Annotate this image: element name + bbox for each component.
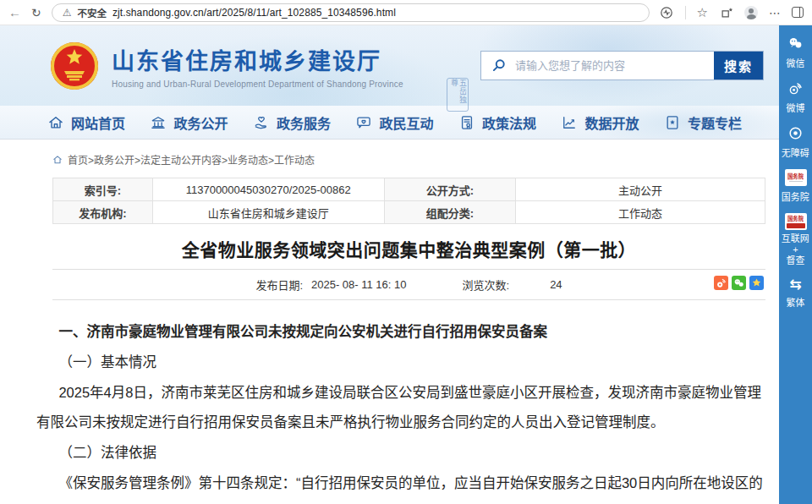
nav-item-special-columns[interactable]: 专题专栏 xyxy=(664,112,742,133)
nav-label: 网站首页 xyxy=(71,112,125,133)
article-meta-row: 发布日期: 2025- 08- 11 16: 10 浏览次数: 24 xyxy=(52,269,765,300)
article-paragraph: 2025年4月8日，济南市莱芜区住房和城乡建设局联合区公安局到盛世豪庭小区开展检… xyxy=(36,378,765,439)
not-secure-warning-icon: ⚠ xyxy=(63,8,72,18)
weibo-share-icon[interactable] xyxy=(714,276,728,290)
traditional-chinese-toggle-icon: ⇆ xyxy=(789,277,801,292)
main-navigation: 网站首页 政务公开 政务服务 xyxy=(0,106,779,140)
rail-label: 互联网 + 督查 xyxy=(781,233,810,267)
content-area: 首页>政务公开>法定主动公开内容>业务动态>工作动态 索引号: 11370000… xyxy=(0,152,779,504)
article-title: 全省物业服务领域突出问题集中整治典型案例（第一批） xyxy=(52,236,765,261)
views-count: 24 xyxy=(550,278,562,291)
wechat-icon xyxy=(787,35,804,52)
meta-label-disclosure: 公开方式: xyxy=(385,178,517,201)
nav-label: 政务公开 xyxy=(173,112,228,133)
nav-label: 政策法规 xyxy=(482,112,536,133)
nav-item-open-data[interactable]: 数据开放 xyxy=(561,112,639,133)
home-icon xyxy=(47,114,64,131)
nav-item-policies[interactable]: 政策法规 xyxy=(458,112,536,133)
decorative-seal: 五岳独尊 xyxy=(447,78,469,112)
page: 山东省住房和城乡建设厅 Housing and Urban-Rural Deve… xyxy=(0,25,812,504)
weibo-icon xyxy=(787,79,804,97)
badge-strip xyxy=(787,223,805,228)
favorite-share-icon[interactable] xyxy=(749,276,764,290)
meta-label-index: 索引号: xyxy=(53,178,153,201)
site-header: 山东省住房和城乡建设厅 Housing and Urban-Rural Deve… xyxy=(0,25,779,106)
nav-item-interaction[interactable]: 政民互动 xyxy=(355,112,433,133)
badge-line xyxy=(789,181,803,182)
breadcrumb-text: 首页>政务公开>法定主动公开内容>业务动态>工作动态 xyxy=(68,152,315,167)
favorite-star-icon[interactable]: ☆ xyxy=(697,6,708,19)
special-column-star-icon xyxy=(664,114,681,131)
article-paragraph: 一、济南市豪庭物业管理有限公司未按规定向公安机关进行自行招用保安员备案 xyxy=(36,317,765,348)
breadcrumb[interactable]: 首页>政务公开>法定主动公开内容>业务动态>工作动态 xyxy=(52,152,765,167)
profile-avatar[interactable] xyxy=(744,6,758,19)
toolbar-divider xyxy=(685,6,686,19)
rail-item-traditional-chinese[interactable]: ⇆ 繁体 xyxy=(786,277,805,309)
meta-value-disclosure: 主动公开 xyxy=(516,178,765,201)
nav-label: 政民互动 xyxy=(379,112,433,133)
address-bar[interactable]: ⚠ 不安全 zjt.shandong.gov.cn/art/2025/8/11/… xyxy=(52,3,650,22)
views-label: 浏览次数: xyxy=(463,277,510,293)
data-chart-icon xyxy=(561,114,578,131)
nav-item-gov-services[interactable]: 政务服务 xyxy=(253,112,331,133)
browser-essentials-icon[interactable] xyxy=(660,5,674,19)
share-buttons xyxy=(714,276,764,290)
interaction-chat-heart-icon xyxy=(355,114,372,131)
national-emblem-logo xyxy=(49,41,100,91)
refresh-icon[interactable]: ↻ xyxy=(31,7,41,19)
rail-label-line: 互联网 xyxy=(782,233,809,244)
rail-label: 微博 xyxy=(787,101,805,113)
sidebar-panel-icon[interactable] xyxy=(792,7,804,18)
meta-label-publisher: 发布机构: xyxy=(53,201,153,224)
meta-value-category: 工作动态 xyxy=(516,201,765,224)
state-council-badge-icon: 国务院 xyxy=(785,169,807,186)
publish-date-value: 2025- 08- 11 16: 10 xyxy=(311,278,407,291)
back-icon[interactable]: ← xyxy=(8,6,21,19)
site-title-block: 山东省住房和城乡建设厅 Housing and Urban-Rural Deve… xyxy=(112,43,403,89)
page-main: 山东省住房和城乡建设厅 Housing and Urban-Rural Deve… xyxy=(0,25,779,504)
not-secure-label: 不安全 xyxy=(78,6,107,19)
meta-value-index: 11370000045030270/2025-00862 xyxy=(153,178,385,201)
wechat-share-icon[interactable] xyxy=(732,276,746,290)
search-input[interactable] xyxy=(515,52,714,79)
site-search: 搜索 xyxy=(480,51,764,80)
rail-label-line: 督查 xyxy=(787,256,805,267)
site-subtitle-english: Housing and Urban-Rural Development Depa… xyxy=(112,79,403,89)
url-text[interactable]: zjt.shandong.gov.cn/art/2025/8/11/art_10… xyxy=(112,7,396,19)
article-paragraph: 《保安服务管理条例》第十四条规定：“自行招用保安员的单位，应当自开始保安服务之日… xyxy=(36,468,765,504)
article-paragraph: （一）基本情况 xyxy=(36,348,765,378)
breadcrumb-home-icon xyxy=(52,155,63,165)
browser-menu-icon[interactable]: ⋯ xyxy=(769,7,781,19)
meta-value-publisher: 山东省住房和城乡建设厅 xyxy=(153,201,385,224)
rail-item-wechat[interactable]: 微信 xyxy=(786,35,805,69)
rail-label-line: + xyxy=(793,245,798,256)
internet-supervision-badge-icon: 国务院 xyxy=(785,213,807,230)
rail-label: 无障碍 xyxy=(782,145,809,158)
badge-text: 国务院 xyxy=(787,173,804,178)
collections-icon[interactable] xyxy=(719,5,733,19)
rail-label: 繁体 xyxy=(787,295,805,308)
nav-label: 专题专栏 xyxy=(688,112,742,133)
browser-toolbar: ← ↻ ⚠ 不安全 zjt.shandong.gov.cn/art/2025/8… xyxy=(0,0,812,25)
search-button[interactable]: 搜索 xyxy=(714,52,763,79)
rail-item-accessibility[interactable]: 无障碍 xyxy=(781,124,810,159)
publish-date-label: 发布日期: xyxy=(255,277,303,293)
side-rail: 微信 微博 无障碍 国务院 国务院 国务院 xyxy=(779,25,812,504)
rail-item-state-council[interactable]: 国务院 国务院 xyxy=(781,169,810,203)
badge-text: 国务院 xyxy=(787,216,804,221)
document-meta-table: 索引号: 11370000045030270/2025-00862 公开方式: … xyxy=(52,178,765,224)
policy-document-icon xyxy=(458,114,475,131)
rail-item-internet-supervision[interactable]: 国务院 互联网 + 督查 xyxy=(781,213,810,267)
browser-actions: ☆ ⋯ xyxy=(660,5,804,19)
nav-item-home[interactable]: 网站首页 xyxy=(47,112,125,133)
rail-label: 微信 xyxy=(787,56,805,68)
nav-label: 数据开放 xyxy=(584,112,639,133)
nav-item-gov-info[interactable]: 政务公开 xyxy=(150,112,228,133)
site-title: 山东省住房和城乡建设厅 xyxy=(112,43,403,76)
search-icon xyxy=(481,52,515,79)
rail-label: 国务院 xyxy=(782,189,809,202)
article-body: 一、济南市豪庭物业管理有限公司未按规定向公安机关进行自行招用保安员备案 （一）基… xyxy=(36,317,765,504)
rail-item-weibo[interactable]: 微博 xyxy=(786,79,805,114)
government-building-icon xyxy=(150,114,167,131)
nav-label: 政务服务 xyxy=(277,112,331,133)
